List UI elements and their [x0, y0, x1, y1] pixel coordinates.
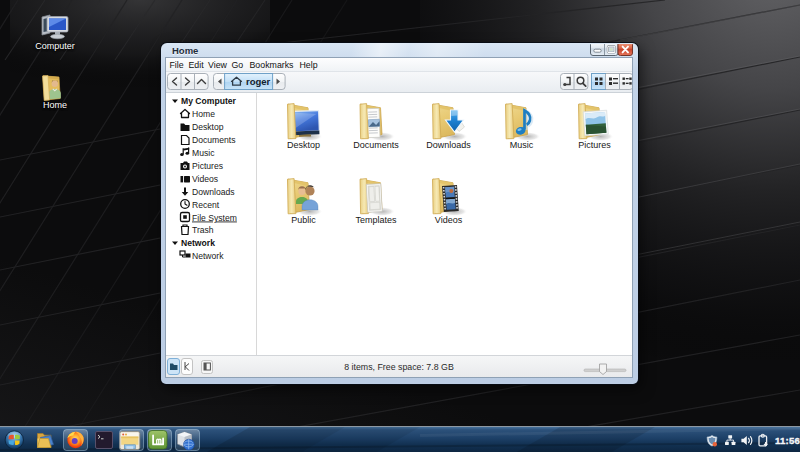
svg-text:Videos: Videos	[435, 215, 463, 225]
svg-text:Music: Music	[192, 148, 215, 158]
svg-text:Templates: Templates	[355, 215, 397, 225]
svg-text:File System: File System	[192, 213, 237, 223]
svg-text:Network: Network	[192, 251, 224, 261]
svg-text:Desktop: Desktop	[192, 122, 224, 132]
svg-text:Music: Music	[510, 140, 534, 150]
svg-text:Recent: Recent	[192, 200, 220, 210]
svg-text:roger: roger	[246, 76, 271, 87]
svg-text:Downloads: Downloads	[192, 187, 235, 197]
svg-text:Home: Home	[192, 109, 215, 119]
svg-text:Documents: Documents	[353, 140, 399, 150]
svg-text:Videos: Videos	[192, 174, 218, 184]
svg-text:Downloads: Downloads	[426, 140, 471, 150]
svg-text:Public: Public	[291, 215, 316, 225]
svg-text:Documents: Documents	[192, 135, 235, 145]
svg-text:Pictures: Pictures	[578, 140, 611, 150]
svg-text:Desktop: Desktop	[287, 140, 320, 150]
svg-text:Pictures: Pictures	[192, 161, 223, 171]
svg-text:My Computer: My Computer	[181, 96, 237, 106]
svg-text:11:56: 11:56	[775, 435, 800, 446]
svg-text:Trash: Trash	[192, 225, 214, 235]
svg-text:Network: Network	[181, 238, 215, 248]
